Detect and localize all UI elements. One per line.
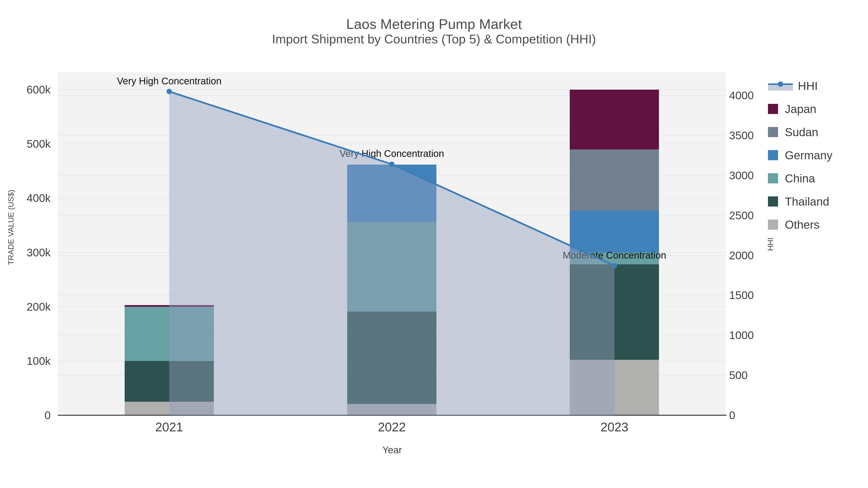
bar-segment-others-2022[interactable] [347, 404, 436, 415]
y-axis-title-left: TRADE VALUE (US$) [6, 167, 16, 288]
bar-segment-germany-2022[interactable] [347, 165, 436, 222]
bar-segment-others-2021[interactable] [125, 402, 214, 415]
x-tick-2021: 2021 [155, 420, 183, 434]
legend-item-sudan[interactable]: Sudan [768, 121, 818, 143]
hhi-marker-2023[interactable] [612, 263, 617, 268]
hhi-marker-swatch [778, 82, 783, 87]
y-tick-right-2500: 2500 [729, 209, 754, 222]
legend-label-germany: Germany [785, 149, 832, 162]
y-tick-left-200k: 200k [0, 300, 51, 313]
bar-segment-thailand-2022[interactable] [347, 312, 436, 404]
legend-swatch-japan [768, 104, 778, 114]
legend-label-china: China [785, 172, 815, 185]
y-tick-right-1000: 1000 [729, 329, 754, 342]
bar-segment-thailand-2021[interactable] [125, 361, 214, 402]
legend-swatch-germany [768, 150, 778, 160]
y-tick-left-500k: 500k [0, 137, 51, 151]
annotation-2021: Very High Concentration [117, 75, 222, 86]
legend-item-germany[interactable]: Germany [768, 143, 832, 167]
bar-segment-japan-2021[interactable] [125, 305, 214, 307]
y-tick-right-1500: 1500 [729, 289, 754, 302]
x-axis-title: Year [0, 445, 784, 455]
hhi-marker-2021[interactable] [166, 89, 172, 94]
hhi-marker-2022[interactable] [389, 161, 395, 167]
chart-subtitle: Import Shipment by Countries (Top 5) & C… [0, 32, 868, 46]
figure: Laos Metering Pump Market Import Shipmen… [0, 0, 868, 488]
y-tick-left-0: 0 [0, 409, 51, 422]
bar-segment-sudan-2023[interactable] [570, 150, 659, 210]
legend-label-thailand: Thailand [785, 195, 829, 208]
legend-item-china[interactable]: China [768, 167, 815, 190]
legend-item-japan[interactable]: Japan [768, 97, 816, 121]
legend-label-japan: Japan [785, 102, 816, 116]
legend-swatch-others [768, 220, 778, 230]
y-tick-right-3500: 3500 [729, 129, 754, 142]
legend-item-thailand[interactable]: Thailand [768, 190, 829, 213]
y-tick-right-0: 0 [729, 409, 735, 422]
legend-item-others[interactable]: Others [768, 213, 819, 236]
annotation-2023: Moderate Concentration [563, 250, 666, 261]
y-tick-left-100k: 100k [0, 355, 51, 367]
legend-label-others: Others [785, 218, 819, 231]
legend-label-hhi: HHI [798, 79, 818, 93]
bar-segment-china-2021[interactable] [125, 307, 214, 361]
bar-segment-china-2022[interactable] [347, 222, 436, 312]
annotation-2022: Very High Concentration [340, 148, 444, 159]
legend-swatch-china [768, 173, 778, 184]
bar-segment-thailand-2023[interactable] [570, 264, 659, 360]
x-axis-line [58, 415, 726, 416]
y-tick-left-600k: 600k [0, 83, 51, 96]
legend-item-hhi[interactable]: HHI [768, 74, 818, 97]
bar-segment-germany-2023[interactable] [570, 210, 659, 252]
y-tick-right-500: 500 [729, 369, 748, 382]
hhi-legend-swatch-icon [768, 80, 793, 92]
x-tick-2022: 2022 [378, 420, 406, 434]
y-tick-right-2000: 2000 [729, 249, 754, 262]
x-tick-2023: 2023 [600, 420, 628, 434]
bar-segment-others-2023[interactable] [570, 360, 659, 415]
bar-segment-japan-2023[interactable] [570, 90, 659, 150]
legend-swatch-sudan [768, 127, 778, 137]
chart-title: Laos Metering Pump Market [0, 16, 868, 32]
y-tick-right-4000: 4000 [729, 89, 754, 102]
legend-swatch-thailand [768, 196, 778, 206]
y-tick-right-3000: 3000 [729, 169, 754, 182]
legend-label-sudan: Sudan [785, 126, 818, 139]
